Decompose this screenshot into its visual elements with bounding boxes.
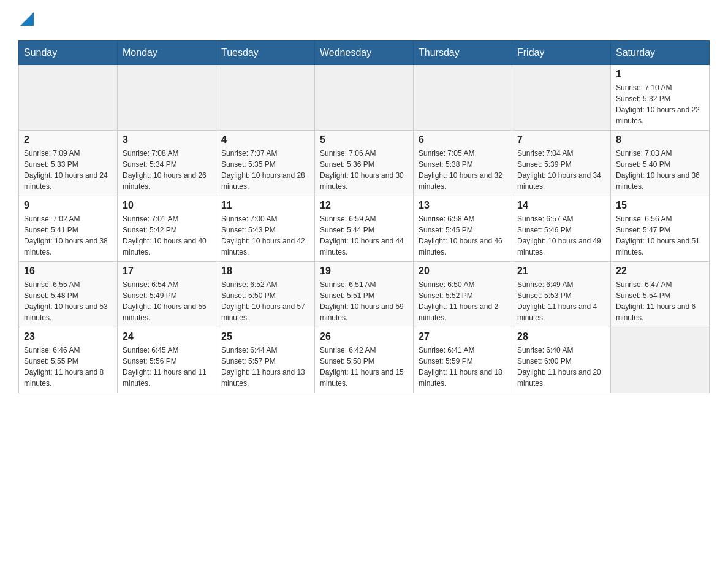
day-number: 10 <box>123 200 211 211</box>
weekday-header-sunday: Sunday <box>19 41 118 65</box>
day-number: 19 <box>320 266 408 277</box>
calendar-cell: 9Sunrise: 7:02 AMSunset: 5:41 PMDaylight… <box>19 196 118 262</box>
day-number: 23 <box>24 331 112 342</box>
calendar-cell: 10Sunrise: 7:01 AMSunset: 5:42 PMDayligh… <box>118 196 216 262</box>
day-number: 11 <box>221 200 309 211</box>
calendar-week-3: 9Sunrise: 7:02 AMSunset: 5:41 PMDaylight… <box>19 196 710 262</box>
day-info: Sunrise: 6:56 AMSunset: 5:47 PMDaylight:… <box>616 213 704 258</box>
calendar-cell: 14Sunrise: 6:57 AMSunset: 5:46 PMDayligh… <box>512 196 611 262</box>
calendar-cell: 5Sunrise: 7:06 AMSunset: 5:36 PMDaylight… <box>315 131 414 196</box>
day-info: Sunrise: 6:52 AMSunset: 5:50 PMDaylight:… <box>221 279 309 323</box>
calendar-cell: 13Sunrise: 6:58 AMSunset: 5:45 PMDayligh… <box>414 196 512 262</box>
day-number: 26 <box>320 331 408 342</box>
logo-triangle-icon <box>20 12 34 26</box>
day-info: Sunrise: 7:07 AMSunset: 5:35 PMDaylight:… <box>221 148 309 192</box>
day-number: 1 <box>616 69 704 80</box>
day-info: Sunrise: 7:08 AMSunset: 5:34 PMDaylight:… <box>123 148 211 192</box>
day-number: 7 <box>517 134 605 145</box>
calendar-cell <box>611 327 710 393</box>
day-number: 22 <box>616 266 704 277</box>
calendar-cell: 17Sunrise: 6:54 AMSunset: 5:49 PMDayligh… <box>118 262 216 327</box>
day-info: Sunrise: 6:50 AMSunset: 5:52 PMDaylight:… <box>419 279 507 323</box>
day-info: Sunrise: 6:40 AMSunset: 6:00 PMDaylight:… <box>517 345 605 389</box>
day-info: Sunrise: 7:10 AMSunset: 5:32 PMDaylight:… <box>616 82 704 126</box>
day-number: 14 <box>517 200 605 211</box>
day-number: 17 <box>123 266 211 277</box>
day-number: 3 <box>123 134 211 145</box>
calendar-cell <box>19 65 118 131</box>
day-info: Sunrise: 6:54 AMSunset: 5:49 PMDaylight:… <box>123 279 211 323</box>
calendar-cell: 22Sunrise: 6:47 AMSunset: 5:54 PMDayligh… <box>611 262 710 327</box>
calendar-cell: 28Sunrise: 6:40 AMSunset: 6:00 PMDayligh… <box>512 327 611 393</box>
day-number: 9 <box>24 200 112 211</box>
day-info: Sunrise: 7:05 AMSunset: 5:38 PMDaylight:… <box>419 148 507 192</box>
calendar-table: SundayMondayTuesdayWednesdayThursdayFrid… <box>18 40 710 393</box>
calendar-cell: 26Sunrise: 6:42 AMSunset: 5:58 PMDayligh… <box>315 327 414 393</box>
calendar-cell: 8Sunrise: 7:03 AMSunset: 5:40 PMDaylight… <box>611 131 710 196</box>
calendar-cell: 27Sunrise: 6:41 AMSunset: 5:59 PMDayligh… <box>414 327 512 393</box>
calendar-week-2: 2Sunrise: 7:09 AMSunset: 5:33 PMDaylight… <box>19 131 710 196</box>
calendar-cell: 19Sunrise: 6:51 AMSunset: 5:51 PMDayligh… <box>315 262 414 327</box>
calendar-cell <box>414 65 512 131</box>
day-info: Sunrise: 7:04 AMSunset: 5:39 PMDaylight:… <box>517 148 605 192</box>
header <box>18 12 710 29</box>
day-info: Sunrise: 7:09 AMSunset: 5:33 PMDaylight:… <box>24 148 112 192</box>
day-number: 2 <box>24 134 112 145</box>
weekday-header-tuesday: Tuesday <box>216 41 315 65</box>
calendar-cell: 3Sunrise: 7:08 AMSunset: 5:34 PMDaylight… <box>118 131 216 196</box>
day-number: 5 <box>320 134 408 145</box>
logo <box>18 12 34 29</box>
day-number: 20 <box>419 266 507 277</box>
day-info: Sunrise: 7:03 AMSunset: 5:40 PMDaylight:… <box>616 148 704 192</box>
calendar-cell: 12Sunrise: 6:59 AMSunset: 5:44 PMDayligh… <box>315 196 414 262</box>
day-number: 6 <box>419 134 507 145</box>
day-number: 15 <box>616 200 704 211</box>
day-number: 25 <box>221 331 309 342</box>
day-number: 27 <box>419 331 507 342</box>
calendar-cell: 11Sunrise: 7:00 AMSunset: 5:43 PMDayligh… <box>216 196 315 262</box>
day-number: 13 <box>419 200 507 211</box>
day-number: 28 <box>517 331 605 342</box>
calendar-week-5: 23Sunrise: 6:46 AMSunset: 5:55 PMDayligh… <box>19 327 710 393</box>
day-number: 12 <box>320 200 408 211</box>
calendar-cell <box>315 65 414 131</box>
day-info: Sunrise: 6:46 AMSunset: 5:55 PMDaylight:… <box>24 345 112 389</box>
day-number: 18 <box>221 266 309 277</box>
weekday-header-friday: Friday <box>512 41 611 65</box>
calendar-cell: 1Sunrise: 7:10 AMSunset: 5:32 PMDaylight… <box>611 65 710 131</box>
day-info: Sunrise: 6:59 AMSunset: 5:44 PMDaylight:… <box>320 213 408 258</box>
day-number: 24 <box>123 331 211 342</box>
calendar-cell: 21Sunrise: 6:49 AMSunset: 5:53 PMDayligh… <box>512 262 611 327</box>
day-info: Sunrise: 6:51 AMSunset: 5:51 PMDaylight:… <box>320 279 408 323</box>
calendar-week-1: 1Sunrise: 7:10 AMSunset: 5:32 PMDaylight… <box>19 65 710 131</box>
calendar-cell: 4Sunrise: 7:07 AMSunset: 5:35 PMDaylight… <box>216 131 315 196</box>
calendar-cell: 2Sunrise: 7:09 AMSunset: 5:33 PMDaylight… <box>19 131 118 196</box>
day-info: Sunrise: 6:41 AMSunset: 5:59 PMDaylight:… <box>419 345 507 389</box>
day-info: Sunrise: 7:00 AMSunset: 5:43 PMDaylight:… <box>221 213 309 258</box>
calendar-cell: 6Sunrise: 7:05 AMSunset: 5:38 PMDaylight… <box>414 131 512 196</box>
weekday-header-saturday: Saturday <box>611 41 710 65</box>
calendar-cell <box>118 65 216 131</box>
calendar-cell <box>216 65 315 131</box>
svg-marker-0 <box>20 12 34 26</box>
calendar-cell: 16Sunrise: 6:55 AMSunset: 5:48 PMDayligh… <box>19 262 118 327</box>
day-info: Sunrise: 6:42 AMSunset: 5:58 PMDaylight:… <box>320 345 408 389</box>
day-info: Sunrise: 6:55 AMSunset: 5:48 PMDaylight:… <box>24 279 112 323</box>
day-number: 4 <box>221 134 309 145</box>
weekday-header-monday: Monday <box>118 41 216 65</box>
day-number: 8 <box>616 134 704 145</box>
calendar-cell: 7Sunrise: 7:04 AMSunset: 5:39 PMDaylight… <box>512 131 611 196</box>
weekday-header-wednesday: Wednesday <box>315 41 414 65</box>
calendar-cell <box>512 65 611 131</box>
day-info: Sunrise: 7:02 AMSunset: 5:41 PMDaylight:… <box>24 213 112 258</box>
day-info: Sunrise: 6:47 AMSunset: 5:54 PMDaylight:… <box>616 279 704 323</box>
calendar-cell: 25Sunrise: 6:44 AMSunset: 5:57 PMDayligh… <box>216 327 315 393</box>
day-info: Sunrise: 6:49 AMSunset: 5:53 PMDaylight:… <box>517 279 605 323</box>
weekday-header-thursday: Thursday <box>414 41 512 65</box>
day-info: Sunrise: 7:01 AMSunset: 5:42 PMDaylight:… <box>123 213 211 258</box>
calendar-cell: 18Sunrise: 6:52 AMSunset: 5:50 PMDayligh… <box>216 262 315 327</box>
calendar-cell: 24Sunrise: 6:45 AMSunset: 5:56 PMDayligh… <box>118 327 216 393</box>
day-info: Sunrise: 7:06 AMSunset: 5:36 PMDaylight:… <box>320 148 408 192</box>
calendar-cell: 20Sunrise: 6:50 AMSunset: 5:52 PMDayligh… <box>414 262 512 327</box>
day-info: Sunrise: 6:45 AMSunset: 5:56 PMDaylight:… <box>123 345 211 389</box>
